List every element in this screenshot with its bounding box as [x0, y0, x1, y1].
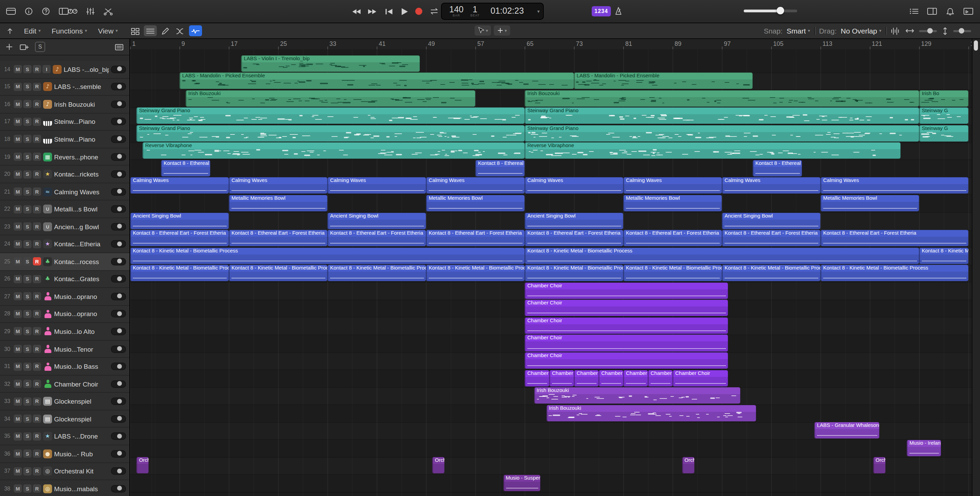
track-header-26[interactable]: 26MSR♣Kontac...Grates: [0, 271, 129, 288]
region[interactable]: Orch: [432, 457, 444, 474]
track-mute-button[interactable]: M: [14, 415, 22, 423]
region[interactable]: Chamber Choir: [525, 335, 728, 351]
scrollbar-thumb[interactable]: [974, 40, 978, 51]
track-record-button[interactable]: R: [33, 187, 41, 196]
track-solo-button[interactable]: S: [23, 327, 32, 336]
command-click-tool-select[interactable]: ▾: [494, 25, 510, 36]
track-volume-toggle[interactable]: [111, 433, 126, 440]
region[interactable]: LABS - Granular Whalesong -: [814, 423, 879, 439]
region[interactable]: Kontact 8 - Kinetic Metal - Biometallic …: [426, 265, 525, 281]
track-header-14[interactable]: 14MSRI♪LABS -...olo_bip: [0, 61, 129, 78]
track-solo-button[interactable]: S: [23, 205, 32, 213]
metronome-icon[interactable]: [614, 6, 623, 16]
track-mute-button[interactable]: M: [14, 83, 22, 91]
region[interactable]: Kontact 8 - Ethereal Eart - Forest Ether…: [623, 230, 722, 246]
track-volume-toggle[interactable]: [111, 275, 126, 283]
track-record-button[interactable]: R: [33, 362, 41, 371]
track-record-button[interactable]: R: [33, 310, 41, 318]
track-mute-button[interactable]: M: [14, 135, 22, 143]
menu-view[interactable]: View▾: [92, 27, 123, 35]
region[interactable]: Kontact 8 - Ethereal Eart - Forest Ether…: [426, 230, 525, 246]
play-button[interactable]: [399, 6, 409, 16]
inspector-info-icon[interactable]: [24, 7, 33, 16]
track-volume-toggle[interactable]: [111, 188, 126, 195]
region[interactable]: Reverse Vibraphone: [142, 143, 525, 159]
track-mute-button[interactable]: M: [14, 397, 22, 405]
track-mute-button[interactable]: M: [14, 327, 22, 336]
track-volume-toggle[interactable]: [111, 66, 126, 73]
track-solo-button[interactable]: S: [23, 83, 32, 91]
track-header-29[interactable]: 29MSRMusio...lo Alto: [0, 323, 129, 341]
track-record-button[interactable]: R: [33, 380, 41, 388]
notifications-bell-icon[interactable]: [945, 6, 955, 16]
horizontal-zoom-icon[interactable]: [905, 27, 915, 35]
track-mute-button[interactable]: M: [14, 187, 22, 196]
track-header-24[interactable]: 24MSR★Kontac...Etheria: [0, 236, 129, 253]
region[interactable]: Ancient Singing Bowl: [130, 212, 229, 229]
track-header-25[interactable]: 25MSR♣Kontac...rocess: [0, 253, 129, 271]
region[interactable]: Irish Bouzouki: [546, 405, 756, 421]
region[interactable]: Calming Waves: [821, 177, 968, 194]
track-volume-toggle[interactable]: [111, 293, 126, 300]
track-record-button[interactable]: R: [33, 415, 41, 423]
track-record-button[interactable]: R: [33, 222, 41, 231]
region[interactable]: Kontact 8 - Ethereal Eart - Forest Ether…: [821, 230, 968, 246]
region[interactable]: Ancient Singing Bowl: [722, 212, 821, 229]
region[interactable]: Metallic Memories Bowl: [821, 195, 919, 211]
snap-select[interactable]: Smart ▾: [786, 27, 810, 35]
track-volume-toggle[interactable]: [111, 101, 126, 108]
fast-forward-button[interactable]: [367, 7, 378, 15]
region[interactable]: Kontact 8 - Ethereal Eart - Forest Ether…: [722, 230, 821, 246]
region[interactable]: Chamber Choir: [525, 352, 728, 369]
region[interactable]: LABS - Mandolin - Picked Ensemble: [180, 73, 574, 89]
lcd-display[interactable]: 140 BAR 1 BEAT 01:02:23 ▾: [441, 3, 544, 20]
track-header-36[interactable]: 36MSR●Musio...- Rub: [0, 445, 129, 463]
track-record-button[interactable]: R: [33, 327, 41, 336]
track-mute-button[interactable]: M: [14, 450, 22, 458]
track-header-32[interactable]: 32MSRChamber Choir: [0, 376, 129, 393]
left-click-tool-select[interactable]: ▾: [474, 25, 491, 36]
region[interactable]: LABS - Mandolin - Picked Ensemble: [574, 73, 752, 89]
track-header-20[interactable]: 20MSR★Kontac...rickets: [0, 166, 129, 183]
track-record-button[interactable]: R: [33, 152, 41, 161]
vertical-scrollbar[interactable]: [972, 39, 980, 496]
region[interactable]: Kontact 8 - Ethereal Eart - Forest Ether…: [130, 230, 229, 246]
track-volume-toggle[interactable]: [111, 415, 126, 423]
track-mute-button[interactable]: M: [14, 485, 22, 493]
go-to-beginning-button[interactable]: [383, 7, 394, 15]
track-solo-button[interactable]: S: [23, 310, 32, 318]
track-solo-button[interactable]: S: [23, 65, 32, 74]
region[interactable]: Kontact 8 - Kinetic Metal - Biometallic …: [525, 247, 919, 264]
control-bar-toggle-icon[interactable]: [5, 7, 16, 16]
volume-knob[interactable]: [776, 7, 784, 14]
region[interactable]: Kontact 8 - Kinetic Metal - Biometallic …: [722, 265, 821, 281]
track-solo-button[interactable]: S: [23, 380, 32, 388]
smart-controls-icon[interactable]: [67, 7, 78, 16]
track-mute-button[interactable]: M: [14, 293, 22, 301]
region[interactable]: LABS - Violin I - Tremolo_bip: [241, 55, 420, 71]
track-solo-button[interactable]: S: [23, 152, 32, 161]
track-record-button[interactable]: R: [33, 100, 41, 108]
region[interactable]: Irish Bo: [919, 90, 968, 106]
track-volume-toggle[interactable]: [111, 363, 126, 370]
region[interactable]: Chamber Choir: [673, 370, 728, 386]
region[interactable]: Kontact 8 - Ethereal Ea: [752, 160, 802, 176]
record-button[interactable]: [414, 7, 423, 16]
duplicate-track-button[interactable]: [19, 43, 29, 51]
track-mute-button[interactable]: M: [14, 240, 22, 248]
track-solo-button[interactable]: S: [23, 485, 32, 493]
hierarchy-up-icon[interactable]: [5, 27, 14, 35]
horizontal-zoom-slider[interactable]: [919, 30, 937, 32]
track-volume-toggle[interactable]: [111, 328, 126, 335]
region[interactable]: Ancient Singing Bowl: [525, 212, 623, 229]
track-record-button[interactable]: R: [33, 65, 41, 74]
waveform-zoom-icon[interactable]: [890, 26, 900, 35]
region[interactable]: Musio - Irelan: [907, 440, 940, 456]
track-volume-toggle[interactable]: [111, 467, 126, 475]
track-record-button[interactable]: R: [33, 397, 41, 405]
track-header-21[interactable]: 21MSR≈Calming Waves: [0, 183, 129, 201]
track-mute-button[interactable]: M: [14, 310, 22, 318]
region[interactable]: Kontact 8 - Kinetic Metal - Biometallic …: [229, 265, 327, 281]
region[interactable]: Steinway Grand Piano: [525, 108, 919, 124]
lcd-chevron-icon[interactable]: ▾: [537, 8, 540, 14]
